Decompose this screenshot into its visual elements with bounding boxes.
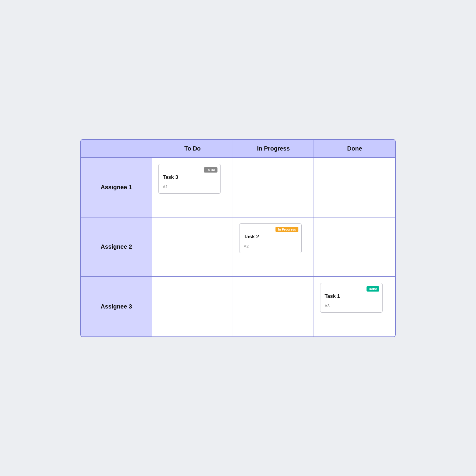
header-empty-cell xyxy=(81,140,152,157)
task-1-title: Task 1 xyxy=(325,293,379,299)
task-card-2[interactable]: In Progress Task 2 A2 xyxy=(239,223,302,253)
assignee-3-label: Assignee 3 xyxy=(101,303,132,310)
board-body: Assignee 1 To Do Task 3 A1 Assignee 2 In… xyxy=(81,158,395,336)
assignee-row-3: Assignee 3 xyxy=(81,277,152,336)
task-1-badge: Done xyxy=(367,286,380,292)
cell-row2-todo xyxy=(152,217,233,277)
column-header-todo: To Do xyxy=(152,140,233,157)
task-2-title: Task 2 xyxy=(244,234,298,240)
task-3-title: Task 3 xyxy=(163,174,217,180)
task-2-badge: In Progress xyxy=(275,227,298,232)
task-2-assignee: A2 xyxy=(244,244,298,249)
assignee-2-label: Assignee 2 xyxy=(101,243,132,250)
cell-row3-inprogress xyxy=(233,277,314,336)
column-header-done: Done xyxy=(314,140,395,157)
task-card-1[interactable]: Done Task 1 A3 xyxy=(320,283,383,313)
cell-row3-todo xyxy=(152,277,233,336)
task-3-assignee: A1 xyxy=(163,184,217,189)
column-header-inprogress: In Progress xyxy=(233,140,314,157)
task-card-3[interactable]: To Do Task 3 A1 xyxy=(158,164,221,194)
kanban-board: To Do In Progress Done Assignee 1 To Do … xyxy=(80,139,396,337)
board-header: To Do In Progress Done xyxy=(81,140,395,158)
cell-row2-done xyxy=(314,217,395,277)
assignee-row-1: Assignee 1 xyxy=(81,158,152,217)
assignee-row-2: Assignee 2 xyxy=(81,217,152,277)
task-3-badge: To Do xyxy=(204,167,217,173)
task-1-assignee: A3 xyxy=(325,303,379,308)
cell-row3-done: Done Task 1 A3 xyxy=(314,277,395,336)
cell-row1-todo: To Do Task 3 A1 xyxy=(152,158,233,217)
cell-row1-done xyxy=(314,158,395,217)
cell-row2-inprogress: In Progress Task 2 A2 xyxy=(233,217,314,277)
cell-row1-inprogress xyxy=(233,158,314,217)
assignee-1-label: Assignee 1 xyxy=(101,184,132,191)
